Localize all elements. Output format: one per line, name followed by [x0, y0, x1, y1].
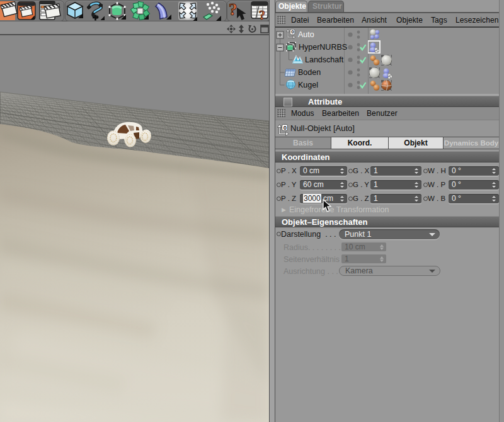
svg-text:0: 0	[284, 124, 287, 131]
svg-text:?: ?	[259, 8, 265, 21]
svg-text:?: ?	[229, 0, 238, 19]
svg-text:0: 0	[291, 29, 294, 35]
